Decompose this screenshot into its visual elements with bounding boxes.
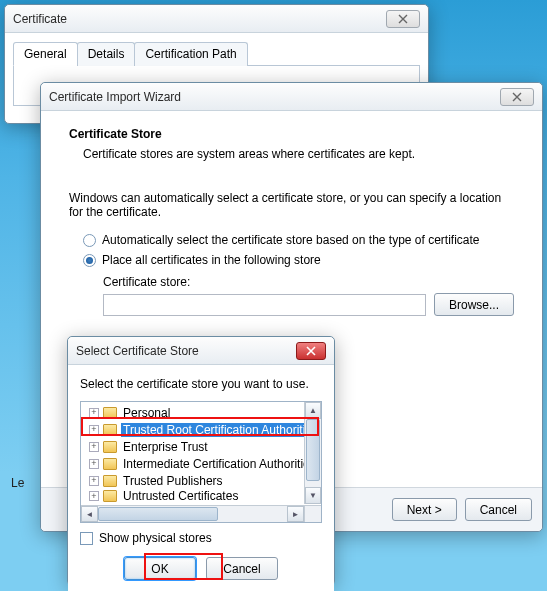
truncated-text-fragment: Le [11,476,24,490]
next-button[interactable]: Next > [392,498,457,521]
expand-icon[interactable]: + [89,476,99,486]
certificate-tabs: General Details Certification Path [13,41,420,66]
expand-icon[interactable]: + [89,491,99,501]
expand-icon[interactable]: + [89,442,99,452]
show-physical-checkbox[interactable]: Show physical stores [80,531,322,545]
folder-icon [103,441,117,453]
cancel-button[interactable]: Cancel [206,557,278,580]
expand-icon[interactable]: + [89,408,99,418]
certificate-title: Certificate [13,12,386,26]
folder-icon [103,424,117,436]
radio-icon [83,254,96,267]
folder-icon [103,407,117,419]
wizard-title: Certificate Import Wizard [49,90,500,104]
select-store-title: Select Certificate Store [76,344,296,358]
folder-icon [103,458,117,470]
section-title: Certificate Store [69,127,514,141]
expand-icon[interactable]: + [89,459,99,469]
certificate-titlebar[interactable]: Certificate [5,5,428,33]
scroll-up-icon[interactable]: ▲ [305,402,321,419]
section-description: Certificate stores are system areas wher… [83,147,514,161]
certificate-store-input[interactable] [103,294,426,316]
scroll-down-icon[interactable]: ▼ [305,487,321,504]
tab-details[interactable]: Details [77,42,136,66]
scroll-thumb[interactable] [98,507,218,521]
close-icon[interactable] [296,342,326,360]
ok-button[interactable]: OK [124,557,196,580]
tree-label: Personal [121,406,172,420]
folder-icon [103,475,117,487]
tree-label: Trusted Root Certification Authorities [121,423,320,437]
tree-label: Trusted Publishers [121,474,225,488]
select-store-titlebar[interactable]: Select Certificate Store [68,337,334,365]
tree-item-trusted-publishers[interactable]: + Trusted Publishers [85,472,299,489]
scroll-thumb[interactable] [306,419,320,481]
show-physical-label: Show physical stores [99,531,212,545]
scroll-right-icon[interactable]: ► [287,506,304,522]
select-store-prompt: Select the certificate store you want to… [80,377,322,391]
tree-label: Untrusted Certificates [121,489,240,503]
tree-item-untrusted[interactable]: + Untrusted Certificates [85,489,299,503]
tree-item-trusted-root-ca[interactable]: + Trusted Root Certification Authorities [85,421,299,438]
radio-icon [83,234,96,247]
tree-item-personal[interactable]: + Personal [85,404,299,421]
cancel-button[interactable]: Cancel [465,498,532,521]
tree-item-intermediate-ca[interactable]: + Intermediate Certification Authorities [85,455,299,472]
checkbox-icon [80,532,93,545]
radio-place-all[interactable]: Place all certificates in the following … [83,253,514,267]
tree-item-enterprise-trust[interactable]: + Enterprise Trust [85,438,299,455]
scroll-left-icon[interactable]: ◄ [81,506,98,522]
folder-icon [103,490,117,502]
tab-general[interactable]: General [13,42,78,66]
close-icon[interactable] [500,88,534,106]
select-store-window: Select Certificate Store Select the cert… [67,336,335,586]
browse-button[interactable]: Browse... [434,293,514,316]
store-tree[interactable]: + Personal + Trusted Root Certification … [80,401,322,523]
vertical-scrollbar[interactable]: ▲ ▼ [304,402,321,504]
expand-icon[interactable]: + [89,425,99,435]
radio-auto-select[interactable]: Automatically select the certificate sto… [83,233,514,247]
scroll-corner [304,505,321,522]
store-label: Certificate store: [103,275,514,289]
radio-manual-label: Place all certificates in the following … [102,253,321,267]
tree-label: Intermediate Certification Authorities [121,457,318,471]
horizontal-scrollbar[interactable]: ◄ ► [81,505,304,522]
tree-label: Enterprise Trust [121,440,210,454]
tab-certification-path[interactable]: Certification Path [134,42,247,66]
wizard-titlebar[interactable]: Certificate Import Wizard [41,83,542,111]
instruction-text: Windows can automatically select a certi… [69,191,514,219]
radio-auto-label: Automatically select the certificate sto… [102,233,480,247]
close-icon[interactable] [386,10,420,28]
